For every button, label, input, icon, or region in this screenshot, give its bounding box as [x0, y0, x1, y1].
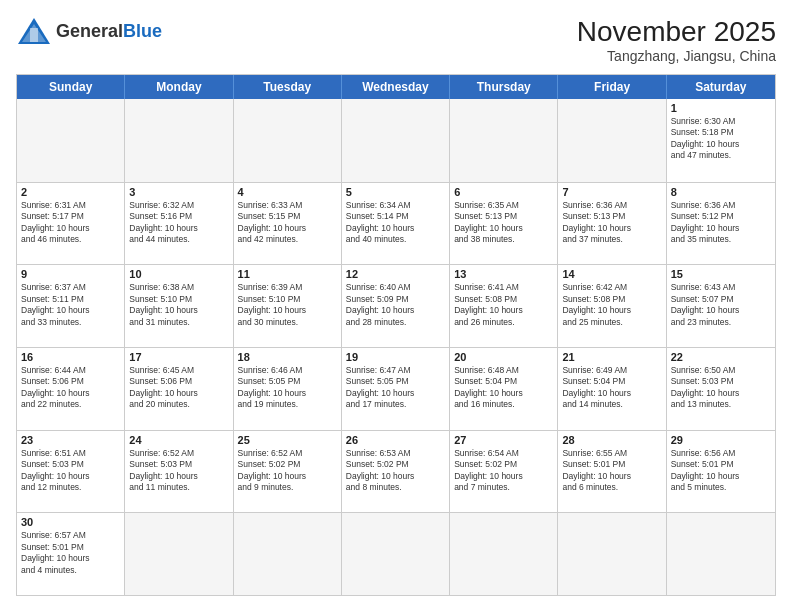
- cell-date: 19: [346, 351, 445, 363]
- calendar-row: 30Sunrise: 6:57 AM Sunset: 5:01 PM Dayli…: [17, 512, 775, 595]
- cell-date: 8: [671, 186, 771, 198]
- cell-date: 12: [346, 268, 445, 280]
- cell-date: 21: [562, 351, 661, 363]
- cell-date: 29: [671, 434, 771, 446]
- cell-info: Sunrise: 6:36 AM Sunset: 5:12 PM Dayligh…: [671, 200, 771, 246]
- calendar-cell: 12Sunrise: 6:40 AM Sunset: 5:09 PM Dayli…: [342, 265, 450, 347]
- calendar-cell: 19Sunrise: 6:47 AM Sunset: 5:05 PM Dayli…: [342, 348, 450, 430]
- calendar-cell: 1Sunrise: 6:30 AM Sunset: 5:18 PM Daylig…: [667, 99, 775, 182]
- cell-info: Sunrise: 6:52 AM Sunset: 5:02 PM Dayligh…: [238, 448, 337, 494]
- cell-date: 4: [238, 186, 337, 198]
- day-headers: SundayMondayTuesdayWednesdayThursdayFrid…: [17, 75, 775, 99]
- cell-info: Sunrise: 6:53 AM Sunset: 5:02 PM Dayligh…: [346, 448, 445, 494]
- calendar-cell: [342, 99, 450, 182]
- cell-date: 27: [454, 434, 553, 446]
- calendar-cell: 17Sunrise: 6:45 AM Sunset: 5:06 PM Dayli…: [125, 348, 233, 430]
- day-header-wednesday: Wednesday: [342, 75, 450, 99]
- cell-info: Sunrise: 6:48 AM Sunset: 5:04 PM Dayligh…: [454, 365, 553, 411]
- cell-info: Sunrise: 6:31 AM Sunset: 5:17 PM Dayligh…: [21, 200, 120, 246]
- cell-date: 17: [129, 351, 228, 363]
- calendar-cell: [450, 99, 558, 182]
- cell-date: 25: [238, 434, 337, 446]
- cell-info: Sunrise: 6:36 AM Sunset: 5:13 PM Dayligh…: [562, 200, 661, 246]
- cell-info: Sunrise: 6:50 AM Sunset: 5:03 PM Dayligh…: [671, 365, 771, 411]
- calendar-grid: 1Sunrise: 6:30 AM Sunset: 5:18 PM Daylig…: [17, 99, 775, 595]
- cell-info: Sunrise: 6:39 AM Sunset: 5:10 PM Dayligh…: [238, 282, 337, 328]
- day-header-thursday: Thursday: [450, 75, 558, 99]
- cell-date: 28: [562, 434, 661, 446]
- cell-info: Sunrise: 6:45 AM Sunset: 5:06 PM Dayligh…: [129, 365, 228, 411]
- cell-date: 10: [129, 268, 228, 280]
- cell-date: 23: [21, 434, 120, 446]
- calendar-cell: 3Sunrise: 6:32 AM Sunset: 5:16 PM Daylig…: [125, 183, 233, 265]
- calendar-cell: [17, 99, 125, 182]
- calendar-cell: [667, 513, 775, 595]
- calendar-cell: 15Sunrise: 6:43 AM Sunset: 5:07 PM Dayli…: [667, 265, 775, 347]
- cell-info: Sunrise: 6:35 AM Sunset: 5:13 PM Dayligh…: [454, 200, 553, 246]
- cell-info: Sunrise: 6:55 AM Sunset: 5:01 PM Dayligh…: [562, 448, 661, 494]
- cell-info: Sunrise: 6:46 AM Sunset: 5:05 PM Dayligh…: [238, 365, 337, 411]
- calendar-cell: 7Sunrise: 6:36 AM Sunset: 5:13 PM Daylig…: [558, 183, 666, 265]
- cell-date: 9: [21, 268, 120, 280]
- calendar-cell: [234, 99, 342, 182]
- cell-date: 6: [454, 186, 553, 198]
- calendar-cell: 11Sunrise: 6:39 AM Sunset: 5:10 PM Dayli…: [234, 265, 342, 347]
- calendar-cell: 24Sunrise: 6:52 AM Sunset: 5:03 PM Dayli…: [125, 431, 233, 513]
- day-header-saturday: Saturday: [667, 75, 775, 99]
- cell-info: Sunrise: 6:43 AM Sunset: 5:07 PM Dayligh…: [671, 282, 771, 328]
- calendar-cell: [558, 513, 666, 595]
- calendar-row: 23Sunrise: 6:51 AM Sunset: 5:03 PM Dayli…: [17, 430, 775, 513]
- calendar-cell: [450, 513, 558, 595]
- calendar-cell: 29Sunrise: 6:56 AM Sunset: 5:01 PM Dayli…: [667, 431, 775, 513]
- cell-date: 2: [21, 186, 120, 198]
- cell-info: Sunrise: 6:41 AM Sunset: 5:08 PM Dayligh…: [454, 282, 553, 328]
- cell-date: 16: [21, 351, 120, 363]
- calendar-cell: 10Sunrise: 6:38 AM Sunset: 5:10 PM Dayli…: [125, 265, 233, 347]
- logo-icon: [16, 16, 52, 46]
- location: Tangzhang, Jiangsu, China: [577, 48, 776, 64]
- svg-rect-2: [30, 28, 38, 42]
- day-header-tuesday: Tuesday: [234, 75, 342, 99]
- day-header-monday: Monday: [125, 75, 233, 99]
- cell-date: 14: [562, 268, 661, 280]
- calendar-cell: 8Sunrise: 6:36 AM Sunset: 5:12 PM Daylig…: [667, 183, 775, 265]
- cell-date: 30: [21, 516, 120, 528]
- cell-info: Sunrise: 6:38 AM Sunset: 5:10 PM Dayligh…: [129, 282, 228, 328]
- cell-info: Sunrise: 6:49 AM Sunset: 5:04 PM Dayligh…: [562, 365, 661, 411]
- calendar-cell: [558, 99, 666, 182]
- calendar-cell: [125, 513, 233, 595]
- cell-info: Sunrise: 6:30 AM Sunset: 5:18 PM Dayligh…: [671, 116, 771, 162]
- calendar-row: 16Sunrise: 6:44 AM Sunset: 5:06 PM Dayli…: [17, 347, 775, 430]
- cell-date: 18: [238, 351, 337, 363]
- cell-date: 20: [454, 351, 553, 363]
- calendar-cell: 5Sunrise: 6:34 AM Sunset: 5:14 PM Daylig…: [342, 183, 450, 265]
- cell-date: 3: [129, 186, 228, 198]
- cell-info: Sunrise: 6:54 AM Sunset: 5:02 PM Dayligh…: [454, 448, 553, 494]
- cell-info: Sunrise: 6:52 AM Sunset: 5:03 PM Dayligh…: [129, 448, 228, 494]
- cell-info: Sunrise: 6:32 AM Sunset: 5:16 PM Dayligh…: [129, 200, 228, 246]
- calendar-cell: 18Sunrise: 6:46 AM Sunset: 5:05 PM Dayli…: [234, 348, 342, 430]
- title-block: November 2025 Tangzhang, Jiangsu, China: [577, 16, 776, 64]
- calendar-cell: 13Sunrise: 6:41 AM Sunset: 5:08 PM Dayli…: [450, 265, 558, 347]
- cell-info: Sunrise: 6:51 AM Sunset: 5:03 PM Dayligh…: [21, 448, 120, 494]
- page: GeneralBlue November 2025 Tangzhang, Jia…: [0, 0, 792, 612]
- calendar: SundayMondayTuesdayWednesdayThursdayFrid…: [16, 74, 776, 596]
- cell-date: 22: [671, 351, 771, 363]
- cell-info: Sunrise: 6:37 AM Sunset: 5:11 PM Dayligh…: [21, 282, 120, 328]
- calendar-cell: 16Sunrise: 6:44 AM Sunset: 5:06 PM Dayli…: [17, 348, 125, 430]
- calendar-cell: 9Sunrise: 6:37 AM Sunset: 5:11 PM Daylig…: [17, 265, 125, 347]
- cell-date: 13: [454, 268, 553, 280]
- cell-info: Sunrise: 6:47 AM Sunset: 5:05 PM Dayligh…: [346, 365, 445, 411]
- cell-date: 5: [346, 186, 445, 198]
- day-header-friday: Friday: [558, 75, 666, 99]
- cell-date: 24: [129, 434, 228, 446]
- logo: GeneralBlue: [16, 16, 162, 46]
- calendar-cell: 4Sunrise: 6:33 AM Sunset: 5:15 PM Daylig…: [234, 183, 342, 265]
- calendar-cell: 25Sunrise: 6:52 AM Sunset: 5:02 PM Dayli…: [234, 431, 342, 513]
- calendar-cell: [342, 513, 450, 595]
- cell-info: Sunrise: 6:56 AM Sunset: 5:01 PM Dayligh…: [671, 448, 771, 494]
- cell-date: 7: [562, 186, 661, 198]
- cell-date: 11: [238, 268, 337, 280]
- calendar-cell: [234, 513, 342, 595]
- cell-info: Sunrise: 6:40 AM Sunset: 5:09 PM Dayligh…: [346, 282, 445, 328]
